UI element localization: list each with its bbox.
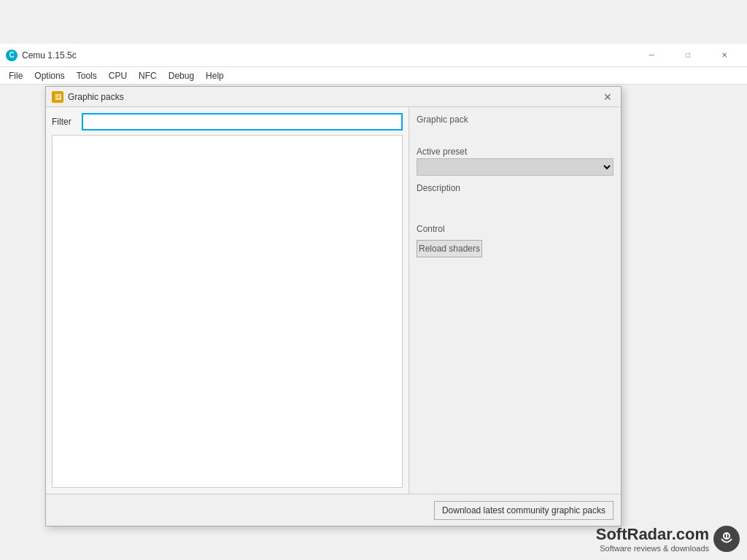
graphic-pack-label: Graphic pack: [417, 114, 614, 125]
maximize-button[interactable]: □: [671, 44, 705, 67]
window-controls: ─ □ ✕: [635, 44, 741, 67]
dialog-title: Graphic packs: [68, 92, 600, 102]
description-label: Description: [417, 183, 614, 193]
dialog-bottom-bar: Download latest community graphic packs: [46, 494, 621, 526]
left-panel: Filter: [46, 107, 409, 494]
graphic-packs-list[interactable]: [52, 135, 403, 488]
watermark-sub: Software reviews & downloads: [596, 544, 709, 553]
dialog-titlebar: 🖼 Graphic packs ✕: [46, 87, 621, 107]
control-section: Control Reload shaders: [417, 224, 614, 257]
menu-item-tools[interactable]: Tools: [71, 68, 103, 84]
minimize-button[interactable]: ─: [635, 44, 668, 67]
spacer: [417, 265, 614, 486]
right-panel: Graphic pack Active preset Description C…: [409, 107, 621, 494]
os-titlebar: C Cemu 1.15.5c ─ □ ✕: [0, 44, 747, 67]
dialog-close-button[interactable]: ✕: [600, 90, 615, 104]
active-preset-select[interactable]: [417, 158, 614, 176]
menu-item-cpu[interactable]: CPU: [103, 68, 133, 84]
watermark: SoftRadar.com Software reviews & downloa…: [596, 525, 740, 553]
menu-item-debug[interactable]: Debug: [163, 68, 200, 84]
description-value: [417, 195, 614, 217]
menubar: File Options Tools CPU NFC Debug Help: [0, 67, 747, 85]
filter-row: Filter: [52, 113, 403, 131]
filter-label: Filter: [52, 117, 77, 127]
description-section: Description: [417, 183, 614, 217]
app-icon: C: [6, 50, 18, 61]
control-label: Control: [417, 224, 614, 234]
reload-shaders-button[interactable]: Reload shaders: [417, 240, 482, 257]
watermark-icon: [713, 526, 740, 552]
graphic-pack-value: [417, 126, 614, 139]
graphic-pack-section: Graphic pack: [417, 114, 614, 139]
close-window-button[interactable]: ✕: [708, 44, 741, 67]
download-graphic-packs-button[interactable]: Download latest community graphic packs: [434, 501, 614, 520]
dialog-body: Filter Graphic pack Active preset Descri…: [46, 107, 621, 494]
filter-input[interactable]: [82, 113, 403, 131]
menu-item-file[interactable]: File: [3, 68, 28, 84]
graphic-packs-dialog: 🖼 Graphic packs ✕ Filter Graphic pack Ac…: [45, 86, 622, 526]
active-preset-label: Active preset: [417, 147, 614, 157]
menu-item-nfc[interactable]: NFC: [133, 68, 163, 84]
dialog-icon: 🖼: [52, 91, 63, 103]
menu-item-options[interactable]: Options: [28, 68, 70, 84]
active-preset-section: Active preset: [417, 147, 614, 176]
app-title: Cemu 1.15.5c: [22, 50, 635, 61]
watermark-site: SoftRadar.com: [596, 525, 709, 544]
menu-item-help[interactable]: Help: [200, 68, 230, 84]
